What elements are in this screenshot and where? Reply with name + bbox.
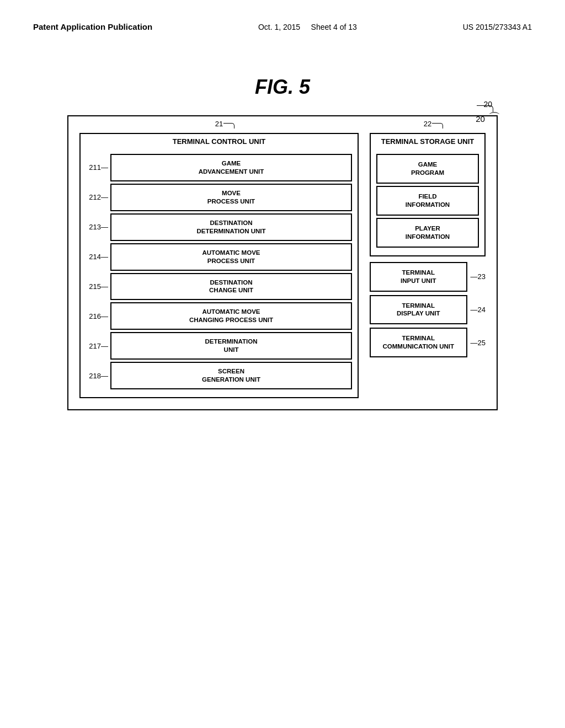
standalone-ref-number: —25: [471, 339, 486, 347]
left-unit-row: 213—DESTINATION DETERMINATION UNIT: [86, 213, 352, 241]
standalone-row: TERMINAL INPUT UNIT—23: [370, 262, 486, 292]
left-col-bracket: [223, 123, 234, 129]
unit-box: AUTOMATIC MOVE CHANGING PROCESS UNIT: [110, 302, 352, 330]
left-unit-row: 215—DESTINATION CHANGE UNIT: [86, 273, 352, 301]
date: Oct. 1, 2015: [258, 23, 300, 31]
unit-box: DESTINATION CHANGE UNIT: [110, 273, 352, 301]
figure-title: FIG. 5: [0, 76, 565, 99]
right-col-bracket: [432, 123, 443, 129]
standalone-row: TERMINAL COMMUNICATION UNIT—25: [370, 328, 486, 357]
unit-box: DETERMINATION UNIT: [110, 332, 352, 360]
left-col-label: TERMINAL CONTROL UNIT: [173, 137, 266, 146]
right-standalone-units: TERMINAL INPUT UNIT—23TERMINAL DISPLAY U…: [370, 262, 486, 361]
unit-number: 216—: [86, 312, 110, 320]
outer-bracket-line: [477, 105, 493, 112]
standalone-ref-number: —23: [471, 272, 486, 281]
standalone-ref-number: —24: [471, 306, 486, 314]
page-header: Patent Application Publication Oct. 1, 2…: [0, 0, 565, 42]
standalone-row: TERMINAL DISPLAY UNIT—24: [370, 295, 486, 325]
standalone-unit-box: TERMINAL DISPLAY UNIT: [370, 295, 467, 325]
unit-box: GAME ADVANCEMENT UNIT: [110, 154, 352, 181]
storage-unit-box: GAME PROGRAM: [376, 154, 479, 184]
left-unit-row: 218—SCREEN GENERATION UNIT: [86, 362, 352, 389]
storage-unit-box: FIELD INFORMATION: [376, 186, 479, 216]
publication-label: Patent Application Publication: [33, 22, 152, 31]
right-col-ref: 22: [424, 120, 431, 128]
standalone-unit-box: TERMINAL INPUT UNIT: [370, 262, 467, 292]
left-unit-row: 216—AUTOMATIC MOVE CHANGING PROCESS UNIT: [86, 302, 352, 330]
unit-number: 213—: [86, 223, 110, 231]
unit-box: DESTINATION DETERMINATION UNIT: [110, 213, 352, 241]
diagram-area: 20 ⌒ 20 21 TERMINAL CONTROL UNIT: [0, 115, 565, 410]
storage-unit-box: PLAYER INFORMATION: [376, 218, 479, 248]
unit-number: 214—: [86, 253, 110, 261]
left-unit-row: 214—AUTOMATIC MOVE PROCESS UNIT: [86, 243, 352, 271]
right-storage-units: GAME PROGRAMFIELD INFORMATIONPLAYER INFO…: [376, 154, 479, 250]
unit-number: 215—: [86, 282, 110, 291]
left-unit-row: 217—DETERMINATION UNIT: [86, 332, 352, 360]
left-unit-row: 211—GAME ADVANCEMENT UNIT: [86, 154, 352, 181]
unit-box: AUTOMATIC MOVE PROCESS UNIT: [110, 243, 352, 271]
left-column: 21 TERMINAL CONTROL UNIT 211—GAME ADVANC…: [79, 133, 359, 398]
unit-box: SCREEN GENERATION UNIT: [110, 362, 352, 389]
left-unit-row: 212—MOVE PROCESS UNIT: [86, 184, 352, 211]
patent-number: US 2015/273343 A1: [463, 23, 532, 31]
outer-box: 21 TERMINAL CONTROL UNIT 211—GAME ADVANC…: [67, 115, 498, 410]
right-col-label: TERMINAL STORAGE UNIT: [381, 137, 475, 146]
unit-number: 212—: [86, 193, 110, 201]
unit-box: MOVE PROCESS UNIT: [110, 184, 352, 211]
unit-number: 211—: [86, 163, 110, 172]
left-units: 211—GAME ADVANCEMENT UNIT212—MOVE PROCES…: [86, 154, 352, 392]
sheet-info: Sheet 4 of 13: [311, 23, 357, 31]
date-sheet: Oct. 1, 2015 Sheet 4 of 13: [258, 23, 357, 31]
right-storage-box: 22 TERMINAL STORAGE UNIT GAME PROGRAMFIE…: [370, 133, 486, 256]
unit-number: 218—: [86, 372, 110, 380]
standalone-unit-box: TERMINAL COMMUNICATION UNIT: [370, 328, 467, 357]
left-col-ref: 21: [215, 120, 223, 128]
right-column: 22 TERMINAL STORAGE UNIT GAME PROGRAMFIE…: [370, 133, 486, 398]
unit-number: 217—: [86, 342, 110, 350]
